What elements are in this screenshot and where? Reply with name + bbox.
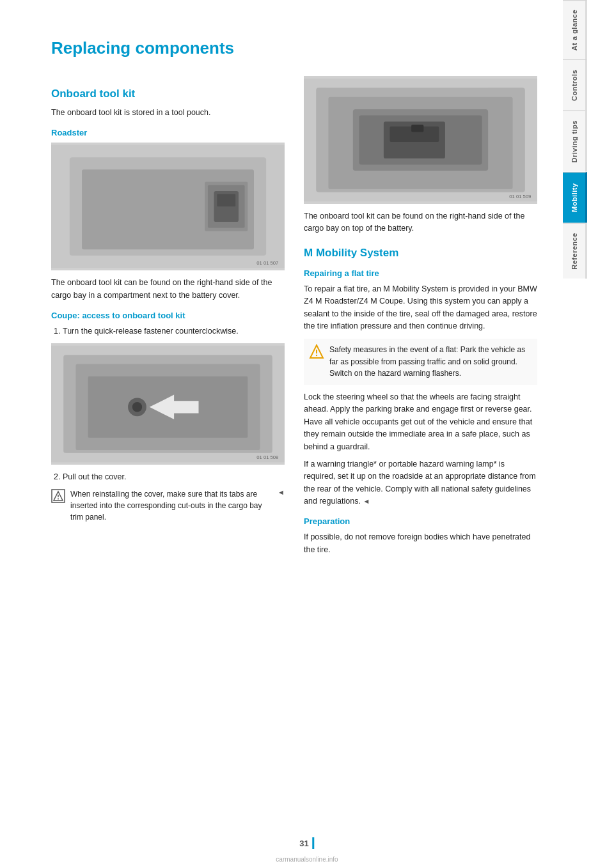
note-text: When reinstalling the cover, make sure t… — [70, 488, 272, 523]
warning-text: Safety measures in the event of a flat: … — [329, 344, 532, 380]
sidebar-tab-reference[interactable]: Reference — [563, 223, 587, 279]
svg-point-14 — [132, 402, 142, 412]
warning-box: Safety measures in the event of a flat: … — [304, 339, 537, 385]
reinstall-note: When reinstalling the cover, make sure t… — [51, 488, 285, 523]
right-column: 01 01 509 The onboard tool kit can be fo… — [304, 76, 537, 561]
svg-rect-27 — [411, 125, 423, 132]
note-icon — [51, 489, 65, 503]
section-title-onboard: Onboard tool kit — [51, 88, 285, 100]
coupe-image: 01 01 508 — [51, 343, 285, 465]
svg-text:01 01 508: 01 01 508 — [256, 454, 278, 460]
subsection-roadster: Roadster — [51, 128, 285, 137]
page-title: Replacing components — [51, 38, 537, 58]
svg-text:01 01 507: 01 01 507 — [256, 261, 278, 267]
subsection-coupe: Coupe: access to onboard tool kit — [51, 311, 285, 320]
sidebar-tab-controls[interactable]: Controls — [563, 59, 587, 111]
svg-point-31 — [316, 355, 317, 356]
sidebar-tab-at-a-glance[interactable]: At a glance — [563, 0, 587, 59]
svg-text:01 01 509: 01 01 509 — [509, 194, 531, 199]
warning-icon — [309, 344, 324, 359]
sidebar: At a glance Controls Driving tips Mobili… — [563, 0, 587, 868]
end-mark-2: ◄ — [363, 497, 370, 505]
section-title-mobility: M Mobility System — [304, 247, 537, 260]
right-top-image: 01 01 509 — [304, 76, 537, 204]
sidebar-tab-mobility[interactable]: Mobility — [563, 172, 587, 223]
left-column: Onboard tool kit The onboard tool kit is… — [51, 76, 285, 561]
onboard-intro-text: The onboard tool kit is stored in a tool… — [51, 107, 285, 119]
page-number: 31 — [299, 839, 308, 848]
subsection-repair-flat: Repairing a flat tire — [304, 268, 537, 278]
roadster-caption: The onboard tool kit can be found on the… — [51, 277, 285, 302]
coupe-step2-list: Pull out the cover. — [63, 471, 285, 483]
right-image-caption: The onboard tool kit can be found on the… — [304, 210, 537, 235]
end-mark-1: ◄ — [278, 488, 285, 496]
subsection-preparation: Preparation — [304, 516, 537, 526]
sidebar-tab-driving-tips[interactable]: Driving tips — [563, 111, 587, 172]
svg-point-19 — [58, 498, 59, 499]
step-2: Pull out the cover. — [63, 471, 285, 483]
watermark: carmanualsonline.info — [276, 856, 338, 863]
page-number-bar — [313, 837, 315, 849]
step-1: Turn the quick-release fastener counterc… — [63, 325, 285, 337]
repair-flat-text2: Lock the steering wheel so that the whee… — [304, 391, 537, 453]
svg-rect-6 — [217, 194, 235, 206]
coupe-steps: Turn the quick-release fastener counterc… — [63, 325, 285, 337]
preparation-text: If possible, do not remove foreign bodie… — [304, 531, 537, 556]
repair-flat-text1: To repair a flat tire, an M Mobility Sys… — [304, 283, 537, 333]
roadster-image: 01 01 507 — [51, 143, 285, 270]
repair-flat-text3: If a warning triangle* or portable hazar… — [304, 458, 537, 508]
page-number-area: 31 — [299, 837, 314, 849]
